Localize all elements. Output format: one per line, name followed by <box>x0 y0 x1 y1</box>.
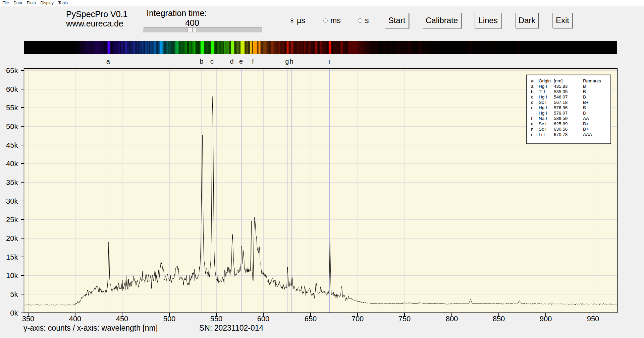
band-stripe <box>234 41 234 54</box>
band-stripe <box>127 41 128 54</box>
y-tick-label: 45k <box>6 141 18 149</box>
band-stripe <box>107 41 107 54</box>
band-stripe <box>341 41 342 54</box>
band-stripe <box>221 41 221 54</box>
band-stripe <box>87 41 88 54</box>
band-stripe <box>260 41 261 54</box>
band-stripe <box>219 41 220 54</box>
band-stripe <box>416 41 416 54</box>
band-stripe <box>208 41 209 54</box>
band-stripe <box>84 41 84 54</box>
band-stripe <box>294 41 295 54</box>
band-stripe <box>147 41 147 54</box>
legend-row9-col0: i <box>531 132 532 137</box>
band-stripe <box>90 41 91 54</box>
band-stripe <box>450 41 450 54</box>
band-stripe <box>189 41 189 54</box>
band-stripe <box>321 41 321 54</box>
band-stripe <box>96 41 97 54</box>
band-stripe <box>151 41 151 54</box>
band-stripe <box>241 41 241 54</box>
band-stripe <box>361 41 362 54</box>
band-stripe <box>137 41 137 54</box>
band-stripe <box>291 41 292 54</box>
band-stripe <box>240 41 240 54</box>
band-stripe <box>272 41 273 54</box>
band-stripe <box>368 41 368 54</box>
band-stripe <box>186 41 186 54</box>
band-stripe <box>109 41 110 54</box>
legend-row8-col2: 630.56 <box>554 127 568 132</box>
band-stripe <box>104 41 104 54</box>
band-stripe <box>145 41 145 54</box>
band-stripe <box>426 41 426 54</box>
band-stripe <box>84 41 85 54</box>
band-stripe <box>114 41 114 54</box>
band-stripe <box>95 41 95 54</box>
band-stripe <box>220 41 220 54</box>
band-stripe <box>415 41 416 54</box>
band-stripe <box>425 41 426 54</box>
band-stripe <box>390 41 391 54</box>
band-stripe <box>260 41 260 54</box>
band-stripe <box>100 41 101 54</box>
band-stripe <box>400 41 400 54</box>
band-stripe <box>176 41 176 54</box>
band-stripe <box>173 41 173 54</box>
band-stripe <box>285 41 285 54</box>
band-stripe <box>483 41 484 54</box>
band-stripe <box>428 41 428 54</box>
band-stripe <box>288 41 288 54</box>
band-stripe <box>286 41 286 54</box>
band-stripe <box>121 41 122 54</box>
band-stripe <box>105 41 106 54</box>
band-stripe <box>130 41 130 54</box>
band-stripe <box>418 41 418 54</box>
band-stripe <box>397 41 397 54</box>
band-stripe <box>437 41 437 54</box>
band-stripe <box>161 41 162 54</box>
band-stripe <box>468 41 469 54</box>
legend-row6-col0: f <box>531 116 532 121</box>
band-stripe <box>357 41 357 54</box>
band-stripe <box>256 41 257 54</box>
band-stripe <box>315 41 315 54</box>
band-stripe <box>396 41 397 54</box>
band-stripe <box>171 41 171 54</box>
band-stripe <box>348 41 349 54</box>
band-stripe <box>410 41 410 54</box>
band-stripe <box>122 41 122 54</box>
band-stripe <box>235 41 235 54</box>
legend-row2-col0: c <box>531 94 533 99</box>
band-stripe <box>128 41 129 54</box>
band-stripe <box>345 41 345 54</box>
band-stripe <box>317 41 317 54</box>
band-stripe <box>422 41 423 54</box>
band-stripe <box>371 41 371 54</box>
band-stripe <box>151 41 152 54</box>
band-stripe <box>178 41 178 54</box>
band-stripe <box>497 41 498 54</box>
legend-row1-col0: b <box>531 89 534 94</box>
band-stripe <box>498 41 499 54</box>
band-stripe <box>346 41 346 54</box>
band-stripe <box>481 41 482 54</box>
band-stripe <box>484 41 484 54</box>
cal-letter-a: a <box>106 58 110 65</box>
spectrum-scene: abcdefghi3504004505005506006507007508008… <box>0 0 644 338</box>
band-stripe <box>411 41 411 54</box>
axes-caption: y-axis: counts / x-axis: wavelength [nm] <box>23 324 158 333</box>
band-stripe <box>137 41 137 54</box>
band-stripe <box>136 41 136 54</box>
band-stripe <box>127 41 127 54</box>
band-stripe <box>181 41 181 54</box>
band-stripe <box>237 41 238 54</box>
band-stripe <box>86 41 86 54</box>
band-stripe <box>164 41 165 54</box>
band-stripe <box>135 41 135 54</box>
band-stripe <box>267 41 267 54</box>
band-stripe <box>384 41 385 54</box>
band-stripe <box>399 41 400 54</box>
band-stripe <box>235 41 235 54</box>
band-stripe <box>551 41 552 54</box>
